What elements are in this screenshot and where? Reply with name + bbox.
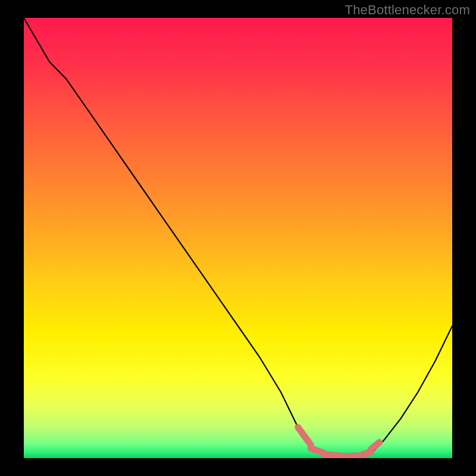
plot-area: [24, 18, 452, 458]
watermark-text: TheBottlenecker.com: [345, 2, 470, 18]
gradient-background: [24, 18, 452, 458]
chart-frame: TheBottlenecker.com: [0, 0, 476, 476]
svg-rect-0: [24, 18, 452, 458]
